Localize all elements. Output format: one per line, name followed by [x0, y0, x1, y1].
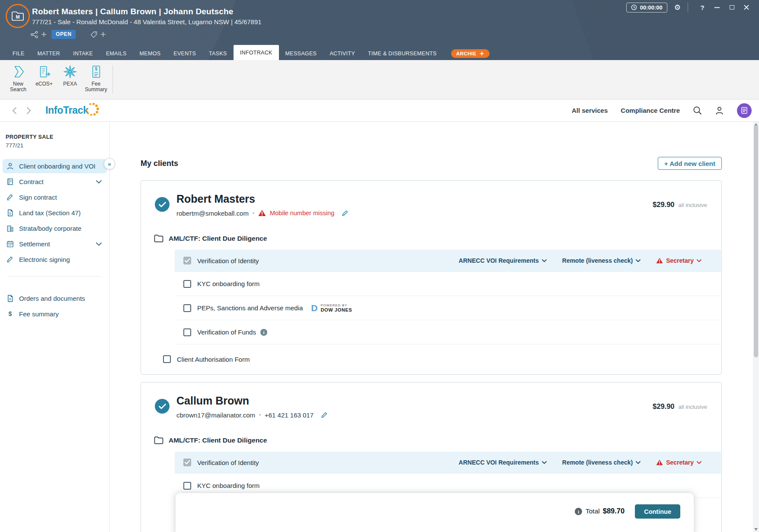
edit-client-icon[interactable]	[321, 411, 328, 418]
client-header: Robert Masters robertm@smokeball.com Mob…	[141, 181, 721, 218]
tab-activity[interactable]: ACTIVITY	[323, 47, 362, 60]
sidebar-item-label: Contract	[19, 178, 44, 185]
matter-status-badge[interactable]: OPEN	[51, 30, 76, 39]
fee-summary-button[interactable]: $ Fee Summary	[83, 64, 109, 99]
tag-icon	[90, 31, 98, 38]
sidebar-item-strata[interactable]: Strata/body corporate	[3, 221, 107, 236]
sidebar-item-electronic-signing[interactable]: Electronic signing	[3, 252, 107, 267]
add-relationship-button[interactable]	[30, 31, 47, 38]
app-titlebar: M Robert Masters | Callum Brown | Johann…	[0, 0, 759, 60]
client-contact-row: robertm@smokeball.com Mobile number miss…	[176, 208, 349, 218]
voi-requirements-dropdown[interactable]: ARNECC VOI Requirements	[459, 257, 547, 264]
scrollbar-thumb[interactable]	[754, 125, 758, 357]
vertical-scrollbar[interactable]	[753, 122, 759, 532]
tab-time-disbursements[interactable]: TIME & DISBURSEMENTS	[362, 47, 443, 60]
add-tag-button[interactable]	[90, 31, 106, 38]
matter-folder-logo: M	[6, 4, 30, 28]
chevron-down-icon	[636, 259, 641, 262]
dropdown-label: Secretary	[666, 459, 694, 466]
voi-role-dropdown[interactable]: Secretary	[656, 459, 701, 466]
help-button[interactable]: ?	[695, 2, 710, 13]
client-info: Callum Brown cbrown17@mailanator.com +61…	[176, 394, 328, 420]
sidebar-divider	[8, 276, 101, 277]
svg-text:$: $	[95, 67, 97, 71]
checklist-item-label: Verification of Funds	[197, 328, 256, 336]
edit-client-icon[interactable]	[342, 210, 349, 217]
tab-events[interactable]: EVENTS	[167, 47, 202, 60]
document-icon	[6, 294, 14, 303]
sidebar-item-orders-documents[interactable]: Orders and documents	[3, 291, 107, 306]
continue-button[interactable]: Continue	[635, 504, 680, 519]
tab-messages[interactable]: MESSAGES	[279, 47, 323, 60]
pexa-button[interactable]: PEXA	[57, 64, 83, 99]
client-phone: +61 421 163 017	[265, 411, 314, 419]
chevron-down-icon	[96, 242, 102, 246]
signature-icon	[6, 193, 14, 201]
compliance-centre-link[interactable]: Compliance Centre	[621, 107, 680, 114]
voi-checkbox[interactable]	[183, 459, 191, 466]
voi-method-dropdown[interactable]: Remote (liveness check)	[562, 459, 641, 466]
kyc-checkbox[interactable]	[183, 280, 191, 288]
chevron-down-icon	[542, 461, 547, 464]
sidebar-item-label: Orders and documents	[19, 295, 85, 302]
voi-requirements-dropdown[interactable]: ARNECC VOI Requirements	[459, 459, 547, 466]
back-button[interactable]	[7, 104, 22, 117]
tab-matter[interactable]: MATTER	[31, 47, 67, 60]
sidebar-item-label: Client onboarding and VOI	[19, 162, 96, 170]
forward-button[interactable]	[22, 104, 36, 117]
ribbon-item-label: eCOS+	[35, 81, 53, 87]
funds-checkbox[interactable]	[183, 328, 191, 336]
search-icon[interactable]	[693, 106, 702, 115]
all-services-link[interactable]: All services	[572, 107, 608, 114]
sidebar-item-land-tax[interactable]: Land tax (Section 47)	[3, 206, 107, 220]
sidebar-item-label: Land tax (Section 47)	[19, 209, 81, 217]
infotrack-ribbon: New Search eCOS+ PEXA $ Fee Summary	[0, 60, 759, 99]
sidebar-item-label: Strata/body corporate	[19, 225, 81, 232]
account-icon[interactable]	[715, 106, 724, 115]
client-email: robertm@smokeball.com	[176, 210, 249, 217]
minimize-button[interactable]	[710, 2, 724, 13]
tab-tasks[interactable]: TASKS	[202, 47, 234, 60]
add-new-client-button[interactable]: + Add new client	[658, 157, 722, 170]
scroll-down-arrow[interactable]	[754, 528, 758, 531]
sidebar-item-sign-contract[interactable]: Sign contract	[3, 190, 107, 204]
tab-intake[interactable]: INTAKE	[67, 47, 99, 60]
tab-memos[interactable]: MEMOS	[133, 47, 167, 60]
infotrack-logo[interactable]: InfoTrack	[45, 105, 96, 116]
tab-emails[interactable]: EMAILS	[99, 47, 133, 60]
settings-gear-icon[interactable]: ⚙	[674, 3, 681, 12]
client-price-note: all inclusive	[679, 202, 707, 208]
matter-title: Robert Masters | Callum Brown | Johann D…	[32, 7, 234, 16]
voi-checkbox[interactable]	[183, 257, 191, 264]
kyc-checkbox[interactable]	[183, 482, 191, 490]
voi-role-dropdown[interactable]: Secretary	[656, 257, 701, 264]
sidebar-item-fee-summary[interactable]: $ Fee summary	[3, 307, 107, 321]
timer-widget[interactable]: 00:00:00	[626, 3, 667, 13]
plus-icon	[41, 32, 47, 37]
checklist-item-label: Verification of Identity	[197, 459, 259, 466]
sidebar-collapse-button[interactable]: «	[104, 158, 115, 169]
total-info-icon[interactable]: i	[575, 508, 582, 515]
tab-file[interactable]: FILE	[6, 47, 31, 60]
voi-method-dropdown[interactable]: Remote (liveness check)	[562, 257, 641, 264]
feedback-button[interactable]	[737, 103, 752, 118]
sidebar-item-client-onboarding[interactable]: Client onboarding and VOI	[3, 159, 107, 173]
tab-infotrack[interactable]: INFOTRACK	[234, 45, 279, 60]
archie-button[interactable]: ARCHIE	[451, 49, 490, 58]
client-contact-row: cbrown17@mailanator.com +61 421 163 017	[176, 410, 328, 420]
main-content: My clients + Add new client Robert Maste…	[110, 122, 753, 532]
workflow-sidebar: PROPERTY SALE 777/21 Client onboarding a…	[0, 122, 110, 532]
client-email: cbrown17@mailanator.com	[176, 411, 255, 419]
maximize-button[interactable]	[724, 2, 739, 13]
sidebar-item-settlement[interactable]: Settlement	[3, 237, 107, 251]
new-search-button[interactable]: New Search	[5, 64, 31, 99]
fee-summary-icon: $	[89, 64, 103, 80]
close-button[interactable]	[739, 2, 754, 13]
sidebar-item-contract[interactable]: Contract	[3, 175, 107, 189]
client-authorisation-checkbox[interactable]	[163, 355, 171, 363]
info-icon[interactable]: i	[260, 329, 267, 336]
signature-icon	[6, 255, 14, 264]
ecos-button[interactable]: eCOS+	[31, 64, 57, 99]
client-name: Robert Masters	[176, 192, 349, 205]
peps-checkbox[interactable]	[183, 304, 191, 312]
